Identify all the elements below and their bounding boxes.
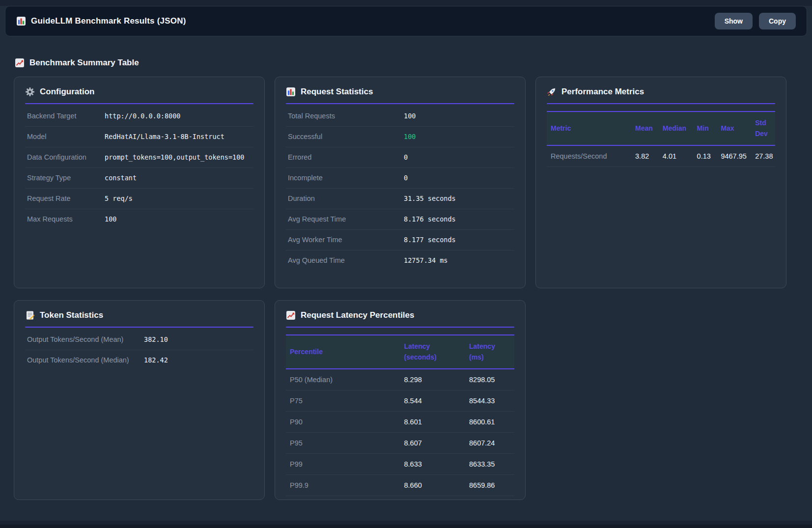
stat-row: Strategy Typeconstant: [25, 168, 253, 189]
accent-divider: [25, 327, 253, 328]
stat-row: Avg Request Time8.176 seconds: [286, 209, 514, 230]
value-cell: 8298.05: [465, 369, 514, 390]
stat-row: Incomplete0: [286, 168, 514, 189]
row-label-cell: P50 (Median): [286, 369, 400, 390]
token-statistics-card: Token Statistics Output Tokens/Second (M…: [14, 300, 265, 500]
column-header: Percentile: [286, 335, 400, 369]
stat-label: Avg Worker Time: [288, 236, 404, 244]
accent-divider: [286, 103, 514, 104]
stat-value: 382.10: [144, 335, 168, 343]
stat-label: Output Tokens/Second (Median): [27, 356, 144, 364]
value-cell: 8.601: [400, 412, 466, 433]
stat-row: Request Rate5 req/s: [25, 189, 253, 209]
bottom-strip: [0, 525, 812, 528]
row-label-cell: P99.9: [286, 475, 400, 496]
request-statistics-card-title: Request Statistics: [286, 87, 514, 97]
stat-row: Avg Queued Time12757.34 ms: [286, 250, 514, 271]
gear-icon: [25, 87, 35, 97]
table-header-row: MetricMeanMedianMinMaxStd Dev: [547, 111, 775, 145]
performance-metrics-card-title: Performance Metrics: [547, 87, 775, 97]
row-label-cell: P99: [286, 454, 400, 475]
card-title: Performance Metrics: [561, 87, 644, 97]
chart-increasing-icon: [286, 310, 296, 320]
stat-label: Output Tokens/Second (Mean): [27, 335, 144, 343]
value-cell: 8659.86: [465, 475, 514, 496]
column-header: Median: [659, 111, 693, 145]
stat-label: Backend Target: [27, 112, 105, 120]
header-bar: GuideLLM Benchmark Results (JSON) Show C…: [5, 6, 807, 36]
row-label-cell: P90: [286, 412, 400, 433]
column-header: Latency (seconds): [400, 335, 466, 369]
stat-row: Max Requests100: [25, 209, 253, 229]
card-title: Request Statistics: [301, 87, 373, 97]
stat-row: Total Requests100: [286, 106, 514, 127]
copy-button[interactable]: Copy: [759, 13, 796, 29]
bar-chart-icon: [16, 16, 26, 26]
value-cell: 8.660: [400, 475, 466, 496]
token-statistics-stats: Output Tokens/Second (Mean)382.10Output …: [25, 330, 253, 370]
configuration-card-title: Configuration: [25, 87, 253, 97]
latency-percentiles-card-title: Request Latency Percentiles: [286, 310, 514, 320]
stat-value: 8.176 seconds: [404, 215, 456, 223]
accent-divider: [25, 103, 253, 104]
latency-percentiles-table: PercentileLatency (seconds)Latency (ms)P…: [286, 334, 514, 496]
table-row: P908.6018600.61: [286, 412, 514, 433]
header-title-group: GuideLLM Benchmark Results (JSON): [16, 16, 186, 26]
stat-value: 12757.34 ms: [404, 256, 448, 264]
token-statistics-card-title: Token Statistics: [25, 310, 253, 320]
configuration-card: Configuration Backend Targethttp://0.0.0…: [14, 77, 265, 288]
stat-row: Backend Targethttp://0.0.0.0:8000: [25, 106, 253, 127]
stat-value: 100: [404, 133, 416, 140]
stat-value: 0: [404, 153, 408, 161]
cards-grid: Configuration Backend Targethttp://0.0.0…: [14, 77, 786, 500]
stat-value: prompt_tokens=100,output_tokens=100: [105, 153, 244, 161]
stat-label: Errored: [288, 153, 404, 161]
performance-metrics-table: MetricMeanMedianMinMaxStd DevRequests/Se…: [547, 111, 775, 167]
stat-row: Data Configurationprompt_tokens=100,outp…: [25, 147, 253, 168]
header-actions: Show Copy: [715, 13, 796, 29]
stat-label: Duration: [288, 195, 404, 202]
stat-label: Successful: [288, 133, 404, 140]
column-header: Max: [717, 111, 751, 145]
value-cell: 4.01: [659, 145, 693, 167]
chart-increasing-icon: [15, 58, 25, 68]
value-cell: 8600.61: [465, 412, 514, 433]
stat-label: Request Rate: [27, 195, 105, 202]
request-statistics-card: Request Statistics Total Requests100Succ…: [275, 77, 526, 288]
stat-value: RedHatAI/Llama-3.1-8B-Instruct: [105, 133, 224, 140]
card-title: Token Statistics: [40, 310, 103, 320]
value-cell: 8.633: [400, 454, 466, 475]
stat-value: 8.177 seconds: [404, 236, 456, 244]
show-button[interactable]: Show: [715, 13, 753, 29]
bar-chart-icon: [286, 87, 296, 97]
table-row: P958.6078607.24: [286, 433, 514, 454]
stat-label: Strategy Type: [27, 174, 105, 182]
column-header: Mean: [631, 111, 659, 145]
table-row: P758.5448544.33: [286, 390, 514, 412]
stat-value: http://0.0.0.0:8000: [105, 112, 180, 120]
value-cell: 8633.35: [465, 454, 514, 475]
stat-row: Output Tokens/Second (Mean)382.10: [25, 330, 253, 350]
value-cell: 8.298: [400, 369, 466, 390]
stat-value: 182.42: [144, 356, 168, 364]
stat-value: 100: [404, 112, 416, 120]
rocket-icon: [547, 87, 557, 97]
accent-divider: [547, 103, 775, 104]
section-heading: Benchmark Summary Table: [15, 58, 812, 68]
stat-value: 100: [105, 215, 116, 223]
table-header-row: PercentileLatency (seconds)Latency (ms): [286, 335, 514, 369]
table-row: Requests/Second3.824.010.139467.9527.38: [547, 145, 775, 167]
stat-row: Avg Worker Time8.177 seconds: [286, 230, 514, 250]
stat-label: Total Requests: [288, 112, 404, 120]
stat-row: ModelRedHatAI/Llama-3.1-8B-Instruct: [25, 127, 253, 147]
page: GuideLLM Benchmark Results (JSON) Show C…: [0, 6, 812, 521]
table-row: P998.6338633.35: [286, 454, 514, 475]
section-title: Benchmark Summary Table: [29, 58, 139, 68]
stat-row: Output Tokens/Second (Median)182.42: [25, 350, 253, 370]
card-title: Request Latency Percentiles: [301, 310, 414, 320]
stat-label: Model: [27, 133, 105, 140]
value-cell: 27.38: [751, 145, 775, 167]
memo-icon: [25, 310, 35, 320]
value-cell: 8.544: [400, 390, 466, 412]
value-cell: 3.82: [631, 145, 659, 167]
